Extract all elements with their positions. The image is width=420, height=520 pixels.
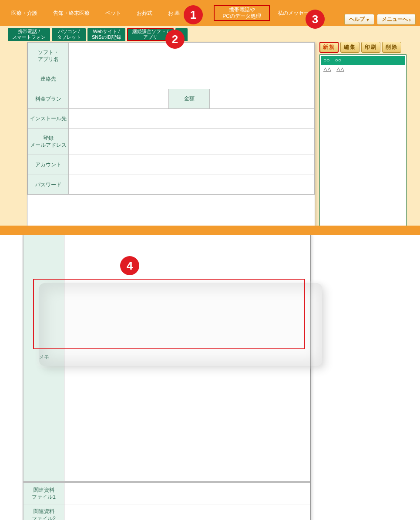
menu-button[interactable]: メニューへ [377, 14, 416, 25]
tab-smartphone[interactable]: 携帯電話 / スマートフォン [8, 28, 50, 41]
form-scroll[interactable]: ソフト・ アプリ名 連絡先 料金プラン 金額 インストール先 登録 メールアドレ… [27, 42, 315, 210]
callout-2: 2 [165, 30, 185, 49]
body-area: 携帯電話 / スマートフォン パソコン / タブレット Webサイト / SNS… [0, 26, 420, 233]
chevron-right-icon [409, 16, 411, 23]
print-button[interactable]: 印刷 [361, 42, 380, 53]
form-table-rel: 関連資料 ファイル1 関連資料 ファイル2 関連資料 ファイル3 [23, 482, 310, 520]
top-buttons: ヘルプ メニューへ [344, 14, 416, 25]
nav-pet[interactable]: ペット [97, 5, 129, 21]
sub-tabs: 携帯電話 / スマートフォン パソコン / タブレット Webサイト / SNS… [4, 26, 416, 41]
nav-phone-pc-data[interactable]: 携帯電話や PCのデータ処理 [214, 5, 270, 21]
form-table-ext: メモ [23, 233, 310, 482]
delete-button[interactable]: 削除 [382, 42, 401, 53]
field-rel2[interactable] [64, 504, 310, 520]
new-button[interactable]: 新規 [319, 42, 339, 53]
help-label: ヘルプ [349, 16, 365, 23]
field-memo[interactable] [64, 233, 310, 482]
field-account[interactable] [69, 155, 315, 175]
highlight-4-box [33, 279, 305, 349]
label-memo: メモ [24, 233, 64, 482]
form-panel: ソフト・ アプリ名 連絡先 料金プラン 金額 インストール先 登録 メールアドレ… [27, 42, 315, 229]
label-rel2: 関連資料 ファイル2 [24, 504, 64, 520]
field-rel1[interactable] [64, 483, 310, 504]
label-account: アカウント [28, 155, 69, 175]
edit-button[interactable]: 編集 [340, 42, 360, 53]
tab-pc-tablet[interactable]: パソコン / タブレット [52, 28, 86, 41]
top-bar: 医療・介護 告知・終末医療 ペット お葬式 お 墓 携帯電話や PCのデータ処理… [0, 0, 420, 26]
label-email: 登録 メールアドレス [28, 128, 69, 155]
label-app-name: ソフト・ アプリ名 [28, 43, 69, 69]
list-item[interactable]: △△ △△ [321, 65, 405, 74]
help-button[interactable]: ヘルプ [344, 14, 374, 25]
menu-label: メニューへ [382, 16, 408, 23]
label-rel1: 関連資料 ファイル1 [24, 483, 64, 504]
field-contact[interactable] [69, 69, 315, 89]
side-buttons: 新規 編集 印刷 削除 [319, 42, 407, 53]
tab-web-sns[interactable]: Webサイト / SNSのID記録 [87, 28, 125, 41]
chevron-down-icon [366, 17, 370, 23]
label-plan: 料金プラン [28, 89, 69, 108]
field-install[interactable] [69, 108, 315, 128]
form-table: ソフト・ アプリ名 連絡先 料金プラン 金額 インストール先 登録 メールアドレ… [27, 42, 315, 195]
field-plan[interactable] [69, 89, 169, 108]
field-amount[interactable] [210, 89, 315, 108]
list-item[interactable]: ○○ ○○ [321, 56, 405, 65]
callout-3: 3 [306, 10, 325, 29]
form-panel-extended: メモ 関連資料 ファイル1 関連資料 ファイル2 関連資料 ファイル3 [23, 233, 311, 520]
field-email[interactable] [69, 128, 315, 155]
nav-medical[interactable]: 医療・介護 [3, 5, 45, 21]
content-row: ソフト・ アプリ名 連絡先 料金プラン 金額 インストール先 登録 メールアドレ… [4, 42, 416, 229]
field-password[interactable] [69, 175, 315, 194]
field-app-name[interactable] [69, 43, 315, 69]
side-panel: 新規 編集 印刷 削除 ○○ ○○ △△ △△ [319, 42, 407, 229]
label-amount: 金額 [169, 89, 210, 108]
callout-1: 1 [184, 5, 203, 24]
record-list: ○○ ○○ △△ △△ [319, 54, 407, 229]
label-contact: 連絡先 [28, 69, 69, 89]
callout-4: 4 [120, 256, 139, 275]
nav-funeral[interactable]: お葬式 [129, 5, 160, 21]
label-password: パスワード [28, 175, 69, 194]
nav-notice[interactable]: 告知・終末医療 [45, 5, 97, 21]
label-install: インストール先 [28, 108, 69, 128]
orange-footer-strip [0, 226, 420, 235]
